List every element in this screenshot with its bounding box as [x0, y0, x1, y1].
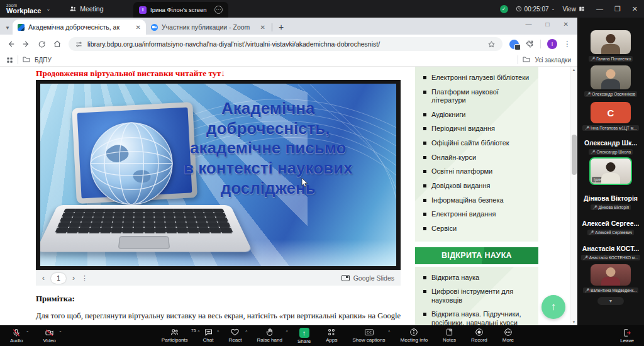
- page-scrollbar[interactable]: ▲ ▼: [570, 67, 577, 325]
- google-slides-link[interactable]: Google Slides: [341, 274, 394, 282]
- security-shield-icon[interactable]: ✓: [500, 5, 508, 13]
- chevron-icon[interactable]: ⌃: [26, 330, 29, 335]
- sidebar-link[interactable]: Довідкові видання: [423, 182, 531, 190]
- participants-count: 75: [191, 328, 196, 333]
- chat-button[interactable]: Chat⌃: [203, 328, 214, 344]
- slide-page-number: 1: [51, 273, 66, 284]
- minimize-button[interactable]: —: [596, 5, 603, 13]
- sidebar-link[interactable]: Відкрита наука: [423, 274, 531, 282]
- slide-canvas[interactable]: Академічна доброчесність, академічне пис…: [40, 84, 396, 266]
- sidebar-link[interactable]: Цифрові інструменти для науковців: [423, 287, 531, 304]
- slides-embed-frame: Академічна доброчесність, академічне пис…: [36, 80, 401, 270]
- extension-icon[interactable]: [509, 40, 519, 49]
- participant-name[interactable]: Анастасія КОСТ...: [582, 245, 639, 252]
- apps-grid-icon[interactable]: [6, 57, 13, 64]
- sidebar-link[interactable]: Платформи наукової літератури: [423, 88, 531, 104]
- participant-avatar[interactable]: C: [591, 102, 631, 123]
- sidebar-link[interactable]: Відкрита наука. Підручники, посібники, н…: [423, 310, 531, 325]
- zoom-logo: zoom Workplace: [6, 3, 41, 15]
- bookmark-star-icon[interactable]: [487, 40, 496, 48]
- close-tab-icon[interactable]: ✕: [260, 24, 265, 31]
- sidebar-link[interactable]: Електронні галузеві бібліотеки: [423, 74, 531, 82]
- record-button[interactable]: Record: [471, 328, 487, 344]
- url-text: library.bdpu.org.ua/informatsiyno-navcha…: [87, 40, 482, 48]
- minimize-button[interactable]: —: [526, 21, 532, 28]
- home-button[interactable]: [53, 40, 62, 48]
- share-tab-label: Ірина Філон's screen: [150, 6, 207, 13]
- exhibition-continue-link[interactable]: Продовження віртуальної виставки читайте…: [36, 69, 225, 79]
- browser-tab-active[interactable]: Академічна доброчесність, ак ✕: [13, 20, 146, 35]
- maximize-button[interactable]: ❐: [614, 5, 621, 13]
- active-speaker-video[interactable]: Ірина Філон: [589, 157, 632, 185]
- video-button[interactable]: Video⌃: [43, 328, 55, 343]
- sidebar-link[interactable]: Періодичні видання: [423, 125, 531, 133]
- close-button[interactable]: ✕: [632, 5, 638, 13]
- sidebar-link[interactable]: Електронні видання: [423, 210, 531, 218]
- participant-video[interactable]: [591, 264, 631, 286]
- panel-collapse-chevron[interactable]: ▼: [597, 297, 624, 305]
- participant-name[interactable]: Олександр Шк...: [584, 139, 637, 147]
- scroll-to-top-button[interactable]: ↑: [541, 295, 565, 319]
- tab-title: Участник публикации - Zoom: [162, 23, 257, 31]
- meeting-timer[interactable]: 00:25:07 ⌄: [516, 6, 555, 13]
- meeting-tab[interactable]: Meeting: [69, 5, 103, 13]
- meeting-info-button[interactable]: Meeting info: [401, 328, 428, 344]
- tab-more-icon[interactable]: ⋯: [214, 6, 223, 14]
- extensions-puzzle-icon[interactable]: [525, 40, 534, 48]
- more-button[interactable]: More: [502, 328, 514, 344]
- clock-icon: [516, 6, 522, 12]
- profile-avatar[interactable]: І: [547, 39, 557, 49]
- notes-button[interactable]: Notes: [443, 328, 456, 344]
- back-button[interactable]: [6, 40, 15, 48]
- chevron-icon[interactable]: ⌃: [197, 330, 200, 335]
- sidebar-link[interactable]: Офіційні сайти бібліотек: [423, 139, 531, 147]
- sidebar-link[interactable]: Інформаційна безпека: [423, 196, 531, 204]
- chevron-icon[interactable]: ⌃: [285, 330, 288, 335]
- slides-menu-icon[interactable]: ⋮: [81, 274, 88, 282]
- share-button[interactable]: ↑ Share: [297, 328, 311, 344]
- bookmark-folder-label[interactable]: БДПУ: [35, 57, 52, 64]
- participant-name[interactable]: Дінкова Вікторія: [584, 194, 638, 202]
- browser-menu-icon[interactable]: ⋮: [564, 40, 571, 48]
- address-bar[interactable]: library.bdpu.org.ua/informatsiyno-navcha…: [69, 37, 502, 51]
- sidebar-link[interactable]: Освітні платформи: [423, 167, 531, 176]
- chevron-icon[interactable]: ⌃: [58, 330, 62, 335]
- sidebar-link[interactable]: Онлайн-курси: [423, 153, 531, 162]
- chevron-icon[interactable]: ⌃: [245, 330, 248, 335]
- page-sidebar: Електронні галузеві бібліотеки Платформи…: [415, 67, 538, 325]
- participant-video[interactable]: [591, 30, 631, 54]
- maximize-button[interactable]: □: [546, 21, 550, 28]
- record-icon: [475, 328, 484, 337]
- forward-button[interactable]: [22, 40, 31, 48]
- tab-search-icon[interactable]: ▼: [5, 25, 10, 31]
- view-button[interactable]: View: [562, 6, 585, 13]
- participants-button[interactable]: Participants 75 ⌃: [162, 328, 188, 344]
- scroll-down-arrow[interactable]: ▼: [572, 320, 576, 324]
- sidebar-link[interactable]: Аудіокниги: [423, 111, 531, 119]
- chevron-icon[interactable]: ⌃: [216, 330, 219, 335]
- chevron-icon[interactable]: ⌃: [387, 330, 391, 335]
- muted-mic-icon: 🎤̸: [584, 126, 589, 130]
- scroll-up-arrow[interactable]: ▲: [572, 68, 576, 72]
- react-button[interactable]: React⌃: [229, 328, 242, 344]
- all-bookmarks-label[interactable]: Усі закладки: [535, 57, 571, 64]
- sidebar-link[interactable]: Сервіси: [423, 225, 531, 233]
- new-tab-button[interactable]: +: [279, 22, 284, 32]
- shared-screen-tab[interactable]: І Ірина Філон's screen ⋯: [133, 2, 228, 18]
- chevron-down-icon[interactable]: ⌄: [46, 6, 50, 12]
- browser-tab-zoom[interactable]: Участник публикации - Zoom ✕: [146, 20, 270, 35]
- audio-button[interactable]: Audio⌃: [10, 328, 23, 343]
- scrollbar-thumb[interactable]: [572, 135, 577, 175]
- close-tab-icon[interactable]: ✕: [136, 24, 141, 31]
- participant-video[interactable]: [591, 65, 631, 89]
- next-slide-button[interactable]: ›: [72, 274, 75, 282]
- prev-slide-button[interactable]: ‹: [42, 274, 45, 282]
- raise-hand-button[interactable]: Raise hand⌃: [257, 328, 282, 344]
- apps-button[interactable]: Apps: [326, 328, 337, 344]
- tab-title: Академічна доброчесність, ак: [28, 23, 132, 31]
- participant-name[interactable]: Алексей Сергее...: [582, 220, 640, 227]
- leave-button[interactable]: Leave: [620, 328, 634, 343]
- reload-button[interactable]: [38, 40, 46, 48]
- captions-button[interactable]: Show captions⌃: [352, 328, 385, 344]
- close-button[interactable]: ✕: [564, 21, 569, 28]
